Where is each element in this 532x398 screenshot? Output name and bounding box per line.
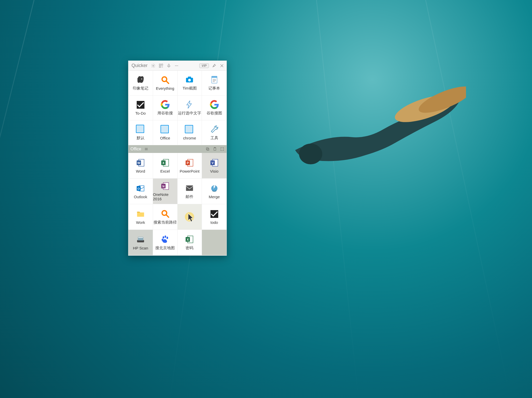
svg-point-53 [164, 235, 166, 238]
excel-icon: X [185, 235, 194, 244]
tile-google-search[interactable]: 用谷歌搜 [153, 95, 178, 120]
svg-rect-11 [168, 64, 170, 66]
tile-visio[interactable]: V Visio [202, 153, 227, 179]
svg-point-12 [175, 65, 176, 66]
tile-empty[interactable] [202, 230, 227, 255]
powerpoint-icon: P [185, 158, 194, 167]
more-icon[interactable] [174, 63, 179, 68]
svg-rect-5 [162, 64, 163, 65]
close-icon[interactable] [219, 63, 224, 68]
tile-excel[interactable]: X Excel [153, 153, 178, 179]
tile-todo[interactable]: To-Do [128, 95, 153, 120]
svg-text:W: W [137, 161, 140, 165]
scanner-icon [136, 235, 145, 244]
svg-rect-21 [212, 76, 217, 78]
elephant-icon [136, 75, 145, 84]
light-ray [311, 0, 360, 398]
stack-icon [161, 125, 170, 134]
svg-rect-24 [206, 148, 208, 150]
svg-rect-45 [186, 185, 193, 191]
tile-run-selected-text[interactable]: 运行选中文字 [178, 95, 202, 120]
section-title: Office [130, 147, 141, 151]
cursor-icon [187, 213, 195, 222]
svg-point-52 [163, 236, 164, 239]
section-bar: Office [128, 145, 227, 153]
tile-todo-lower[interactable]: todo [202, 204, 227, 230]
baidu-icon [161, 235, 170, 244]
cursor-highlight [185, 212, 194, 222]
tile-default[interactable]: 默认 [128, 120, 153, 145]
tile-evernote[interactable]: 印象笔记 [128, 71, 153, 95]
svg-point-54 [166, 237, 168, 239]
svg-point-15 [141, 78, 142, 79]
todo-icon [136, 100, 145, 109]
svg-text:X: X [162, 161, 164, 165]
menu-icon[interactable] [144, 147, 149, 151]
notepad-icon [210, 75, 219, 84]
tile-onenote[interactable]: N OneNote 2016 [153, 179, 178, 204]
light-ray [0, 0, 47, 398]
tile-work-folder[interactable]: Work [128, 204, 153, 230]
tile-outlook[interactable]: O Outlook [128, 179, 153, 204]
qr-icon[interactable] [158, 63, 164, 68]
svg-rect-23 [207, 148, 209, 150]
svg-text:P: P [187, 161, 189, 165]
svg-text:V: V [212, 161, 214, 165]
todo-icon [210, 209, 219, 219]
tile-chrome-group[interactable]: chrome [178, 120, 202, 145]
svg-text:X: X [187, 238, 189, 241]
wrench-icon [210, 125, 219, 134]
tile-powerpoint[interactable]: P PowerPoint [178, 153, 202, 179]
mail-icon [185, 183, 194, 193]
svg-text:O: O [137, 187, 140, 190]
svg-rect-4 [159, 64, 161, 65]
svg-rect-10 [162, 67, 163, 68]
quicker-panel: Quicker VIP 印象笔记 [128, 61, 227, 256]
titlebar[interactable]: Quicker VIP [128, 61, 227, 71]
svg-rect-6 [159, 66, 161, 67]
google-icon [210, 100, 219, 109]
light-ray [414, 0, 512, 398]
tile-office-group[interactable]: Office [153, 120, 178, 145]
tile-word[interactable]: W Word [128, 153, 153, 179]
clipboard-icon[interactable] [213, 147, 217, 151]
svg-rect-19 [188, 77, 191, 78]
actions-grid: 印象笔记 Everything Tim截图 记事本 To-Do [128, 71, 227, 145]
outlook-icon: O [136, 184, 145, 193]
svg-rect-9 [162, 67, 162, 68]
tile-tools[interactable]: 工具 [202, 120, 227, 145]
tile-merge[interactable]: Merge [202, 179, 227, 204]
excel-icon: X [161, 158, 170, 167]
pin-icon[interactable] [212, 63, 217, 68]
tile-hp-scan[interactable]: HP Scan [128, 230, 153, 255]
svg-text:N: N [162, 185, 164, 188]
tile-notepad[interactable]: 记事本 [202, 71, 227, 95]
onenote-icon: N [161, 181, 170, 191]
stack-icon [136, 125, 145, 134]
svg-rect-8 [162, 66, 163, 67]
folder-icon [136, 209, 145, 219]
svg-rect-51 [138, 237, 143, 238]
word-icon: W [136, 158, 145, 167]
tile-mail[interactable]: 邮件 [178, 179, 202, 204]
svg-point-18 [188, 79, 191, 82]
tile-tim-screenshot[interactable]: Tim截图 [178, 71, 202, 95]
copy-icon[interactable] [205, 147, 210, 151]
tile-search-current-path[interactable]: 搜索当前路径 [153, 204, 178, 230]
search-icon [161, 75, 170, 85]
bolt-icon [185, 100, 194, 109]
vip-badge[interactable]: VIP [199, 63, 209, 68]
visio-icon: V [210, 158, 219, 167]
gear-icon[interactable] [151, 63, 156, 68]
search-icon [161, 209, 170, 218]
tile-everything[interactable]: Everything [153, 71, 178, 95]
tile-hover-target[interactable] [178, 204, 202, 230]
app-title: Quicker [132, 63, 148, 68]
microphone-icon[interactable] [166, 63, 171, 68]
svg-point-14 [177, 65, 178, 66]
svg-rect-7 [162, 66, 162, 67]
tile-baidu-map[interactable]: 搜北京地图 [153, 230, 178, 255]
tile-password[interactable]: X 密码 [178, 230, 202, 255]
expand-icon[interactable] [220, 147, 224, 151]
tile-google-image-search[interactable]: 谷歌搜图 [202, 95, 227, 120]
